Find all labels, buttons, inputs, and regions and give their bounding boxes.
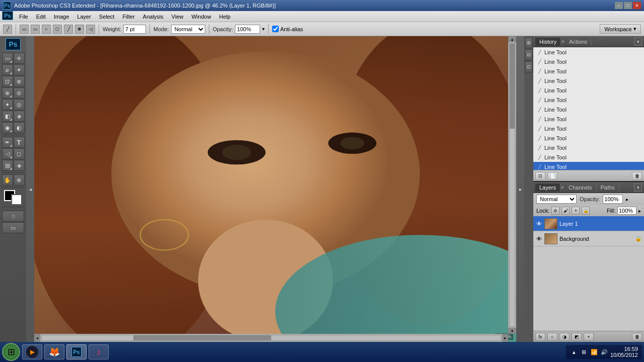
start-button[interactable]: ⊞ bbox=[2, 343, 20, 361]
history-item-11[interactable]: ╱ Line Tool bbox=[533, 152, 644, 162]
taskbar-itunes[interactable]: ♪ bbox=[89, 344, 109, 359]
layer-delete-btn[interactable]: 🗑 bbox=[632, 333, 642, 341]
history-item-3[interactable]: ╱ Line Tool bbox=[533, 76, 644, 85]
scroll-up-arrow[interactable]: ▴ bbox=[508, 36, 516, 42]
menu-analysis[interactable]: Analysis bbox=[139, 13, 168, 21]
custom-shape-tool[interactable]: ❋ bbox=[75, 25, 84, 34]
history-new-snapshot[interactable]: ⊡ bbox=[535, 172, 545, 180]
tab-layers[interactable]: Layers bbox=[535, 184, 560, 192]
lock-position[interactable]: + bbox=[572, 207, 580, 215]
canvas-image[interactable]: 46.2% bbox=[34, 36, 516, 342]
vertical-scrollbar[interactable]: ▴ ▾ bbox=[508, 36, 516, 334]
weight-input[interactable] bbox=[123, 25, 146, 34]
minimize-button[interactable]: – bbox=[615, 2, 623, 9]
tool-fill[interactable]: ◈ bbox=[14, 111, 25, 122]
scroll-right-arrow[interactable]: ▸ bbox=[502, 334, 508, 342]
layer-opacity-input[interactable] bbox=[603, 195, 623, 204]
layer-styles-btn[interactable]: fx bbox=[535, 333, 545, 341]
rect-shape-tool[interactable]: ▭ bbox=[20, 25, 29, 34]
layer-eye-layer1[interactable]: 👁 bbox=[535, 220, 542, 227]
tab-actions[interactable]: Actions bbox=[565, 38, 592, 46]
tray-volume[interactable]: 🔊 bbox=[600, 348, 608, 356]
tray-arrow[interactable]: ▴ bbox=[570, 348, 578, 356]
tool-eraser[interactable]: ◧ bbox=[2, 111, 13, 122]
layer-mask-btn[interactable]: ○ bbox=[547, 333, 557, 341]
polygon-tool[interactable]: ⬡ bbox=[53, 25, 62, 34]
history-item-0[interactable]: ╱ Line Tool bbox=[533, 47, 644, 57]
tab-history[interactable]: History bbox=[535, 38, 561, 46]
history-item-6[interactable]: ╱ Line Tool bbox=[533, 105, 644, 114]
ellipse-tool[interactable]: ○ bbox=[42, 25, 51, 34]
tool-healing[interactable]: ⊕ bbox=[2, 87, 13, 99]
tray-network[interactable]: 📶 bbox=[590, 348, 598, 356]
tab-paths[interactable]: Paths bbox=[597, 184, 619, 192]
tool-path-select[interactable]: ◁ bbox=[2, 148, 13, 159]
taskbar-firefox[interactable]: 🦊 bbox=[44, 344, 64, 359]
tool-history-brush[interactable]: ◎ bbox=[14, 99, 25, 110]
history-item-8[interactable]: ╱ Line Tool bbox=[533, 124, 644, 133]
layer-item-background[interactable]: 👁 Background 🔒 bbox=[533, 231, 644, 246]
menu-select[interactable]: Select bbox=[95, 13, 119, 21]
history-item-2[interactable]: ╱ Line Tool bbox=[533, 66, 644, 76]
workspace-button[interactable]: Workspace ▾ bbox=[600, 24, 641, 34]
tab-channels[interactable]: Channels bbox=[565, 184, 596, 192]
tool-hand[interactable]: ✋ bbox=[2, 174, 13, 186]
tool-type[interactable]: T bbox=[14, 137, 25, 148]
background-color[interactable] bbox=[11, 194, 22, 205]
tool-clone-stamp[interactable]: ✦ bbox=[2, 99, 13, 110]
tool-zoom[interactable]: ⊕ bbox=[14, 174, 25, 186]
antialias-checkbox[interactable] bbox=[272, 26, 279, 32]
strip-btn-1[interactable]: ⊞ bbox=[525, 37, 533, 48]
history-item-9[interactable]: ╱ Line Tool bbox=[533, 133, 644, 143]
screen-mode-button[interactable]: ▭ bbox=[2, 222, 24, 233]
taskbar-media-player[interactable]: ▶ bbox=[22, 344, 42, 359]
layers-expand[interactable]: ▾ bbox=[634, 184, 642, 192]
history-expand[interactable]: ▾ bbox=[634, 38, 642, 46]
tool-crop[interactable]: ⊡ bbox=[2, 76, 13, 87]
layer-eye-background[interactable]: 👁 bbox=[535, 235, 542, 242]
panel-collapse-right[interactable]: ▸ bbox=[516, 36, 524, 342]
horizontal-scrollbar[interactable]: ◂ ▸ bbox=[34, 334, 508, 342]
layer-adjustment-btn[interactable]: ◑ bbox=[559, 333, 570, 341]
history-create-doc[interactable]: 📄 bbox=[547, 172, 557, 180]
history-close[interactable]: ✕ bbox=[561, 39, 565, 44]
scroll-down-arrow[interactable]: ▾ bbox=[508, 328, 516, 334]
opacity-arrow[interactable]: ▾ bbox=[262, 26, 265, 32]
layer-blend-mode[interactable]: Normal Multiply Screen bbox=[536, 195, 577, 204]
tool-slice[interactable]: ⊗ bbox=[14, 76, 25, 87]
close-button[interactable]: ✕ bbox=[633, 2, 641, 9]
layer-item-layer1[interactable]: 👁 Layer 1 bbox=[533, 216, 644, 231]
history-item-10[interactable]: ╱ Line Tool bbox=[533, 143, 644, 152]
tool-lasso[interactable]: ⌀ bbox=[2, 64, 13, 75]
menu-view[interactable]: View bbox=[168, 13, 188, 21]
fill-arrow[interactable]: ▸ bbox=[638, 208, 641, 214]
tool-dodge[interactable]: ◐ bbox=[14, 122, 25, 133]
strip-btn-3[interactable]: ⊡ bbox=[525, 61, 533, 72]
history-delete[interactable]: 🗑 bbox=[632, 172, 642, 180]
rounded-rect-tool[interactable]: ▭ bbox=[31, 25, 40, 34]
lock-all[interactable]: 🔒 bbox=[582, 207, 590, 215]
tray-desktop[interactable]: ⊞ bbox=[580, 348, 588, 356]
history-item-7[interactable]: ╱ Line Tool bbox=[533, 114, 644, 124]
lock-transparency[interactable]: ⊘ bbox=[551, 207, 559, 215]
tool-marquee[interactable]: ▭ bbox=[2, 53, 13, 64]
history-item-5[interactable]: ╱ Line Tool bbox=[533, 95, 644, 105]
menu-file[interactable]: File bbox=[15, 13, 32, 21]
taskbar-photoshop[interactable]: Ps bbox=[66, 344, 87, 359]
history-item-1[interactable]: ╱ Line Tool bbox=[533, 57, 644, 66]
strip-btn-2[interactable]: ⊟ bbox=[525, 49, 533, 60]
history-item-12[interactable]: ╱ Line Tool bbox=[533, 162, 644, 170]
scroll-thumb-v[interactable] bbox=[510, 44, 515, 129]
tool-pen[interactable]: ✒ bbox=[2, 137, 13, 148]
menu-help[interactable]: Help bbox=[215, 13, 235, 21]
tool-brush[interactable]: ⊘ bbox=[14, 87, 25, 99]
scroll-left-arrow[interactable]: ◂ bbox=[34, 334, 40, 342]
opacity-arrow-layers[interactable]: ▸ bbox=[626, 197, 628, 202]
panel-collapse-left[interactable]: ◂ bbox=[26, 36, 34, 342]
layers-close[interactable]: ✕ bbox=[560, 185, 565, 190]
fill-input[interactable] bbox=[617, 207, 636, 215]
menu-image[interactable]: Image bbox=[50, 13, 73, 21]
lock-image[interactable]: 🖌 bbox=[561, 207, 570, 215]
menu-window[interactable]: Window bbox=[187, 13, 215, 21]
layer-group-btn[interactable]: ◩ bbox=[572, 333, 582, 341]
